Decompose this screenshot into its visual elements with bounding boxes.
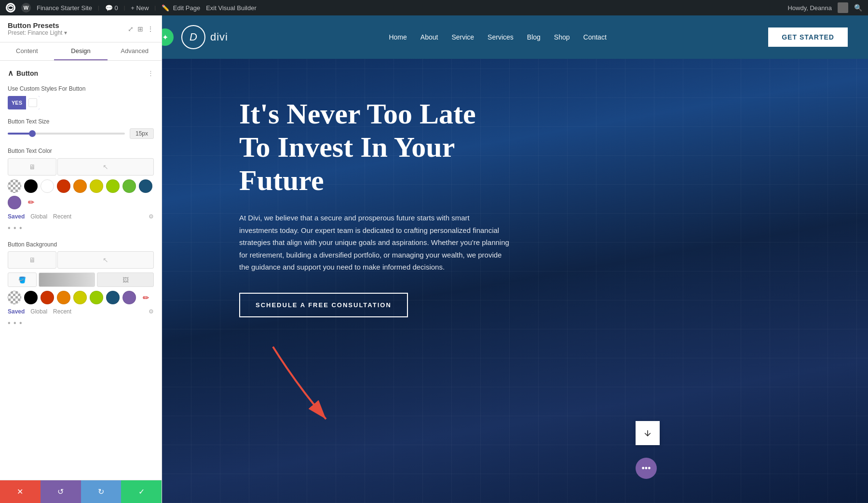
panel-menu-icon[interactable]: ⋮ [147, 25, 154, 33]
color-red[interactable] [57, 179, 70, 193]
nav-about[interactable]: About [420, 33, 438, 41]
wp-user-avatar[interactable] [838, 2, 848, 13]
text-color-more-dots[interactable]: • • • [8, 224, 154, 232]
section-more-icon[interactable]: ⋮ [148, 69, 154, 77]
text-size-field: Button Text Size 15px [8, 118, 154, 139]
bg-gradient-option[interactable] [39, 272, 95, 287]
site-logo[interactable]: D divi [181, 25, 228, 49]
hero-cta-button[interactable]: SCHEDULE A FREE CONSULTATION [239, 293, 408, 317]
purple-fab-button[interactable]: ••• [636, 458, 657, 479]
color-transparent[interactable] [8, 179, 21, 193]
color-yellow-green[interactable] [106, 179, 120, 193]
custom-styles-toggle[interactable]: YES [8, 96, 40, 109]
bg-color-tabs: Saved Global Recent ⚙ [8, 308, 154, 315]
site-logo-circle: D [181, 25, 205, 49]
color-tab-recent[interactable]: Recent [53, 213, 71, 220]
fab-dots-icon: ••• [642, 463, 651, 474]
text-color-boxes: 🖥 ↖ [8, 158, 154, 176]
panel-expand-icon[interactable]: ⤢ [128, 25, 134, 33]
site-header: ✦ D divi Home About Service Services Blo… [162, 15, 868, 59]
color-blue[interactable] [139, 179, 152, 193]
redo-button[interactable]: ↻ [81, 480, 122, 503]
color-tab-saved[interactable]: Saved [8, 213, 25, 220]
bg-color-box-screen[interactable]: 🖥 [8, 251, 56, 269]
section-collapse-icon[interactable]: ∧ [8, 68, 14, 78]
bg-color-orange[interactable] [57, 291, 70, 304]
panel-header: Button Presets Preset: Finance Light ▾ ⤢… [0, 15, 162, 42]
divi-plus-icon: ✦ [162, 33, 168, 42]
bg-color-blue[interactable] [106, 291, 120, 304]
bg-color-tab-recent[interactable]: Recent [53, 308, 71, 315]
hero-description: At Divi, we believe that a secure and pr… [239, 212, 509, 273]
wp-comment-count[interactable]: 💬 0 [105, 4, 118, 12]
admin-bar-left: W Finance Starter Site | 💬 0 | + New | ✏… [6, 3, 780, 13]
tab-content[interactable]: Content [0, 42, 54, 60]
bg-color-yellow-green[interactable] [90, 291, 103, 304]
scroll-down-button[interactable] [636, 421, 660, 445]
panel-header-icons: ⤢ ⊞ ⋮ [128, 25, 154, 33]
nav-home[interactable]: Home [389, 33, 407, 41]
panel-tabs: Content Design Advanced [0, 42, 162, 61]
pencil-icon: ✏️ [162, 4, 169, 12]
nav-shop[interactable]: Shop [554, 33, 570, 41]
panel-grid-icon[interactable]: ⊞ [137, 25, 143, 33]
bg-color-yellow[interactable] [73, 291, 87, 304]
right-content: ✦ D divi Home About Service Services Blo… [162, 15, 868, 503]
wp-search-icon[interactable]: 🔍 [854, 4, 862, 12]
bg-image-option[interactable]: 🖼 [97, 272, 154, 287]
color-yellow[interactable] [90, 179, 103, 193]
bg-color-red[interactable] [41, 291, 54, 304]
bg-color-tab-global[interactable]: Global [30, 308, 47, 315]
tab-advanced[interactable]: Advanced [108, 42, 162, 60]
wp-w-icon[interactable]: W [21, 3, 31, 13]
wp-edit-page-link[interactable]: ✏️ Edit Page [162, 4, 200, 12]
slider-thumb[interactable] [29, 130, 36, 137]
save-button[interactable]: ✓ [121, 480, 162, 503]
divi-floating-edit-btn[interactable]: ✦ [162, 28, 174, 46]
nav-contact[interactable]: Contact [583, 33, 607, 41]
nav-service[interactable]: Service [451, 33, 474, 41]
bg-color-pencil-icon[interactable]: ✏ [139, 291, 152, 304]
wp-new-button[interactable]: + New [131, 4, 149, 12]
hero-title: It's Never Too Late To Invest In Your Fu… [239, 97, 509, 197]
bg-color-boxes: 🖥 ↖ [8, 251, 154, 269]
wp-site-name[interactable]: Finance Starter Site [37, 4, 92, 12]
cursor-icon: ↖ [103, 163, 108, 171]
bg-color-black[interactable] [24, 291, 38, 304]
text-color-box-screen[interactable]: 🖥 [8, 158, 56, 176]
bg-color-palette: ✏ [8, 291, 154, 304]
color-tab-global[interactable]: Global [30, 213, 47, 220]
undo-button[interactable]: ↺ [41, 480, 81, 503]
divider-3: | [155, 5, 156, 11]
bg-color-settings-icon[interactable]: ⚙ [149, 308, 154, 315]
color-pencil-icon[interactable]: ✏ [24, 196, 38, 209]
cancel-button[interactable]: ✕ [0, 480, 41, 503]
nav-services[interactable]: Services [488, 33, 514, 41]
color-orange[interactable] [73, 179, 87, 193]
get-started-button[interactable]: GET STARTED [767, 27, 849, 48]
color-black[interactable] [24, 179, 38, 193]
slider-value[interactable]: 15px [130, 128, 154, 139]
text-color-box-cursor[interactable]: ↖ [57, 158, 154, 176]
bg-color-purple[interactable] [122, 291, 136, 304]
bg-color-box-cursor[interactable]: ↖ [57, 251, 154, 269]
color-purple[interactable] [8, 196, 21, 209]
panel-subtitle[interactable]: Preset: Finance Light ▾ [8, 29, 67, 36]
site-logo-text: divi [210, 31, 228, 43]
bg-solid-option[interactable]: 🪣 [8, 272, 37, 287]
nav-blog[interactable]: Blog [527, 33, 541, 41]
color-settings-icon[interactable]: ⚙ [149, 213, 154, 220]
fill-icon: 🪣 [18, 276, 26, 284]
color-green[interactable] [122, 179, 136, 193]
bg-color-transparent[interactable] [8, 291, 21, 304]
wp-exit-visual-builder[interactable]: Exit Visual Builder [206, 4, 257, 12]
bg-color-tab-saved[interactable]: Saved [8, 308, 25, 315]
color-white[interactable] [41, 179, 54, 193]
toggle-label: Use Custom Styles For Button [8, 85, 154, 93]
slider-track[interactable] [8, 133, 125, 135]
wp-logo-icon[interactable] [6, 3, 15, 13]
tab-design[interactable]: Design [54, 42, 108, 60]
slider-fill [8, 133, 31, 135]
bg-color-more-dots[interactable]: • • • [8, 319, 154, 327]
comment-bubble-icon: 💬 [105, 4, 113, 12]
